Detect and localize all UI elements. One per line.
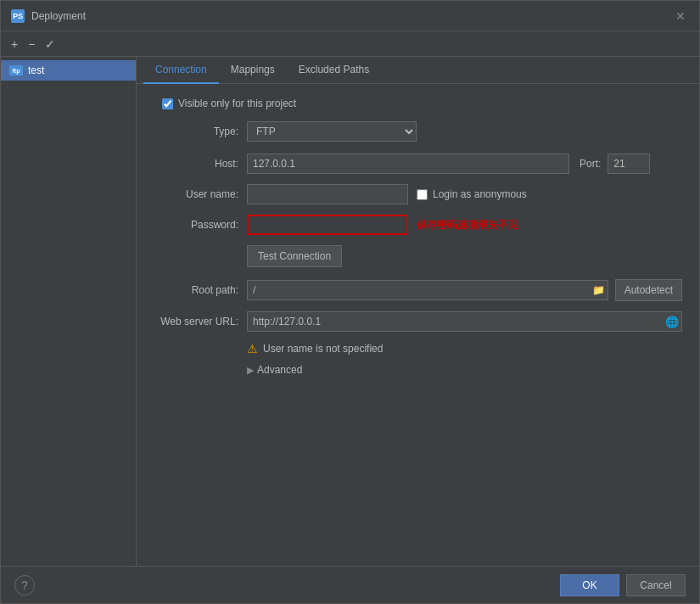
visible-checkbox-row: Visible only for this project (154, 98, 682, 109)
advanced-arrow-icon: ▶ (247, 365, 254, 376)
host-label: Host: (154, 158, 247, 170)
host-input[interactable] (247, 154, 569, 174)
password-note: 保存密码选项消失不见 (417, 218, 518, 232)
cancel-button[interactable]: Cancel (626, 574, 686, 596)
anonymous-checkbox[interactable] (417, 189, 428, 200)
username-input[interactable] (247, 184, 408, 204)
title-bar-left: PS Deployment (11, 9, 86, 23)
add-button[interactable]: + (8, 36, 21, 53)
tabs: Connection Mappings Excluded Paths (137, 57, 699, 84)
warning-row: ⚠ User name is not specified (154, 342, 682, 355)
username-row: User name: Login as anonymous (154, 184, 682, 204)
warning-icon: ⚠ (247, 342, 258, 355)
type-select[interactable]: FTP SFTP FTPS (247, 121, 417, 142)
password-label: Password: (154, 219, 247, 231)
port-input[interactable] (608, 154, 650, 174)
folder-icon: 📁 (592, 284, 605, 296)
visible-checkbox[interactable] (162, 98, 173, 109)
footer: ? OK Cancel (1, 566, 699, 603)
autodetect-button[interactable]: Autodetect (615, 279, 682, 301)
deployment-dialog: PS Deployment ✕ + − ✓ ftp test Connectio… (0, 0, 700, 604)
dialog-title: Deployment (31, 10, 86, 22)
right-panel: Connection Mappings Excluded Paths Visib… (137, 57, 699, 566)
apply-button[interactable]: ✓ (42, 36, 59, 53)
test-connection-button[interactable]: Test Connection (247, 245, 342, 267)
toolbar: + − ✓ (1, 31, 699, 57)
tab-connection[interactable]: Connection (143, 57, 219, 84)
app-icon: PS (11, 9, 25, 23)
ftp-icon: ftp (9, 65, 23, 76)
tab-mappings[interactable]: Mappings (219, 57, 287, 84)
advanced-row[interactable]: ▶ Advanced (154, 364, 682, 376)
web-url-label: Web server URL: (154, 316, 247, 327)
web-url-input[interactable] (247, 311, 682, 332)
sidebar: ftp test (1, 57, 137, 566)
tab-content-connection: Visible only for this project Type: FTP … (137, 84, 699, 566)
footer-buttons: OK Cancel (560, 574, 686, 596)
root-path-input[interactable] (247, 280, 608, 300)
sidebar-item-label: test (28, 64, 44, 76)
web-url-wrap: 🌐 (247, 311, 682, 332)
username-label: User name: (154, 188, 247, 200)
warning-text: User name is not specified (263, 343, 383, 355)
password-row: Password: 保存密码选项消失不见 (154, 215, 682, 235)
globe-icon: 🌐 (665, 316, 679, 328)
port-label: Port: (580, 158, 601, 170)
help-button[interactable]: ? (14, 575, 35, 596)
host-row: Host: Port: (154, 154, 682, 174)
type-row: Type: FTP SFTP FTPS (154, 121, 682, 142)
root-path-label: Root path: (154, 284, 247, 296)
anonymous-row: Login as anonymous (417, 188, 527, 200)
visible-checkbox-label: Visible only for this project (178, 98, 296, 109)
anonymous-label: Login as anonymous (433, 188, 527, 200)
web-url-row: Web server URL: 🌐 (154, 311, 682, 332)
close-button[interactable]: ✕ (672, 8, 689, 25)
password-input[interactable] (247, 215, 408, 235)
root-path-wrap: 📁 (247, 280, 608, 300)
main-content: ftp test Connection Mappings Excluded Pa… (1, 57, 699, 566)
advanced-label: Advanced (257, 364, 302, 376)
root-path-row: Root path: 📁 Autodetect (154, 279, 682, 301)
remove-button[interactable]: − (25, 36, 38, 53)
sidebar-item-test[interactable]: ftp test (1, 60, 136, 81)
type-label: Type: (154, 126, 247, 137)
test-connection-row: Test Connection (154, 245, 682, 267)
title-bar: PS Deployment ✕ (1, 1, 699, 31)
ok-button[interactable]: OK (560, 574, 619, 596)
tab-excluded-paths[interactable]: Excluded Paths (287, 57, 381, 84)
